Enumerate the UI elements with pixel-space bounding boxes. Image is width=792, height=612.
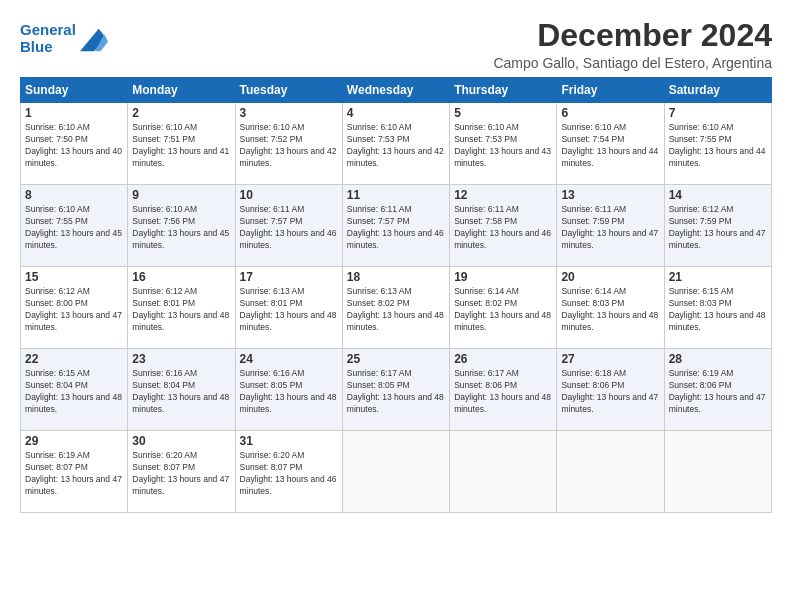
calendar-cell: 9Sunrise: 6:10 AMSunset: 7:56 PMDaylight… — [128, 185, 235, 267]
calendar-cell: 2Sunrise: 6:10 AMSunset: 7:51 PMDaylight… — [128, 103, 235, 185]
day-number: 21 — [669, 270, 767, 284]
day-detail: Sunrise: 6:10 AMSunset: 7:51 PMDaylight:… — [132, 122, 229, 168]
calendar-cell: 15Sunrise: 6:12 AMSunset: 8:00 PMDayligh… — [21, 267, 128, 349]
calendar-week-1: 8Sunrise: 6:10 AMSunset: 7:55 PMDaylight… — [21, 185, 772, 267]
calendar-cell: 21Sunrise: 6:15 AMSunset: 8:03 PMDayligh… — [664, 267, 771, 349]
calendar-cell: 29Sunrise: 6:19 AMSunset: 8:07 PMDayligh… — [21, 431, 128, 513]
day-number: 2 — [132, 106, 230, 120]
day-detail: Sunrise: 6:10 AMSunset: 7:53 PMDaylight:… — [347, 122, 444, 168]
day-detail: Sunrise: 6:11 AMSunset: 7:58 PMDaylight:… — [454, 204, 551, 250]
calendar-cell: 6Sunrise: 6:10 AMSunset: 7:54 PMDaylight… — [557, 103, 664, 185]
day-detail: Sunrise: 6:12 AMSunset: 8:01 PMDaylight:… — [132, 286, 229, 332]
day-detail: Sunrise: 6:15 AMSunset: 8:04 PMDaylight:… — [25, 368, 122, 414]
calendar-cell: 12Sunrise: 6:11 AMSunset: 7:58 PMDayligh… — [450, 185, 557, 267]
day-detail: Sunrise: 6:10 AMSunset: 7:53 PMDaylight:… — [454, 122, 551, 168]
day-number: 23 — [132, 352, 230, 366]
day-detail: Sunrise: 6:13 AMSunset: 8:02 PMDaylight:… — [347, 286, 444, 332]
day-number: 3 — [240, 106, 338, 120]
calendar-cell: 30Sunrise: 6:20 AMSunset: 8:07 PMDayligh… — [128, 431, 235, 513]
day-detail: Sunrise: 6:12 AMSunset: 8:00 PMDaylight:… — [25, 286, 122, 332]
calendar-cell: 28Sunrise: 6:19 AMSunset: 8:06 PMDayligh… — [664, 349, 771, 431]
calendar-cell: 8Sunrise: 6:10 AMSunset: 7:55 PMDaylight… — [21, 185, 128, 267]
day-number: 26 — [454, 352, 552, 366]
calendar-cell: 24Sunrise: 6:16 AMSunset: 8:05 PMDayligh… — [235, 349, 342, 431]
calendar-cell: 10Sunrise: 6:11 AMSunset: 7:57 PMDayligh… — [235, 185, 342, 267]
day-detail: Sunrise: 6:16 AMSunset: 8:04 PMDaylight:… — [132, 368, 229, 414]
calendar-week-3: 22Sunrise: 6:15 AMSunset: 8:04 PMDayligh… — [21, 349, 772, 431]
day-number: 20 — [561, 270, 659, 284]
calendar-cell: 1Sunrise: 6:10 AMSunset: 7:50 PMDaylight… — [21, 103, 128, 185]
day-number: 14 — [669, 188, 767, 202]
calendar-header-row: SundayMondayTuesdayWednesdayThursdayFrid… — [21, 78, 772, 103]
day-number: 29 — [25, 434, 123, 448]
day-header-saturday: Saturday — [664, 78, 771, 103]
day-number: 16 — [132, 270, 230, 284]
day-number: 10 — [240, 188, 338, 202]
day-number: 9 — [132, 188, 230, 202]
logo-blue: Blue — [20, 38, 53, 55]
day-number: 19 — [454, 270, 552, 284]
logo-general: General — [20, 21, 76, 38]
day-number: 22 — [25, 352, 123, 366]
calendar-table: SundayMondayTuesdayWednesdayThursdayFrid… — [20, 77, 772, 513]
day-number: 5 — [454, 106, 552, 120]
calendar-cell: 27Sunrise: 6:18 AMSunset: 8:06 PMDayligh… — [557, 349, 664, 431]
calendar-cell: 20Sunrise: 6:14 AMSunset: 8:03 PMDayligh… — [557, 267, 664, 349]
day-detail: Sunrise: 6:20 AMSunset: 8:07 PMDaylight:… — [132, 450, 229, 496]
month-title: December 2024 — [493, 18, 772, 53]
day-number: 18 — [347, 270, 445, 284]
day-detail: Sunrise: 6:10 AMSunset: 7:55 PMDaylight:… — [669, 122, 766, 168]
calendar-cell: 3Sunrise: 6:10 AMSunset: 7:52 PMDaylight… — [235, 103, 342, 185]
day-header-monday: Monday — [128, 78, 235, 103]
day-header-thursday: Thursday — [450, 78, 557, 103]
calendar-cell: 31Sunrise: 6:20 AMSunset: 8:07 PMDayligh… — [235, 431, 342, 513]
day-detail: Sunrise: 6:15 AMSunset: 8:03 PMDaylight:… — [669, 286, 766, 332]
title-area: December 2024 Campo Gallo, Santiago del … — [493, 18, 772, 71]
calendar-week-4: 29Sunrise: 6:19 AMSunset: 8:07 PMDayligh… — [21, 431, 772, 513]
calendar-cell: 11Sunrise: 6:11 AMSunset: 7:57 PMDayligh… — [342, 185, 449, 267]
location-title: Campo Gallo, Santiago del Estero, Argent… — [493, 55, 772, 71]
day-detail: Sunrise: 6:19 AMSunset: 8:06 PMDaylight:… — [669, 368, 766, 414]
day-detail: Sunrise: 6:14 AMSunset: 8:02 PMDaylight:… — [454, 286, 551, 332]
day-detail: Sunrise: 6:19 AMSunset: 8:07 PMDaylight:… — [25, 450, 122, 496]
day-detail: Sunrise: 6:10 AMSunset: 7:56 PMDaylight:… — [132, 204, 229, 250]
calendar-cell: 4Sunrise: 6:10 AMSunset: 7:53 PMDaylight… — [342, 103, 449, 185]
day-header-sunday: Sunday — [21, 78, 128, 103]
day-detail: Sunrise: 6:16 AMSunset: 8:05 PMDaylight:… — [240, 368, 337, 414]
day-detail: Sunrise: 6:10 AMSunset: 7:52 PMDaylight:… — [240, 122, 337, 168]
calendar-body: 1Sunrise: 6:10 AMSunset: 7:50 PMDaylight… — [21, 103, 772, 513]
calendar-cell: 5Sunrise: 6:10 AMSunset: 7:53 PMDaylight… — [450, 103, 557, 185]
day-detail: Sunrise: 6:10 AMSunset: 7:50 PMDaylight:… — [25, 122, 122, 168]
logo-text: General Blue — [20, 22, 76, 55]
day-number: 1 — [25, 106, 123, 120]
day-header-tuesday: Tuesday — [235, 78, 342, 103]
day-number: 7 — [669, 106, 767, 120]
day-number: 4 — [347, 106, 445, 120]
day-detail: Sunrise: 6:11 AMSunset: 7:57 PMDaylight:… — [347, 204, 444, 250]
day-detail: Sunrise: 6:14 AMSunset: 8:03 PMDaylight:… — [561, 286, 658, 332]
day-number: 31 — [240, 434, 338, 448]
calendar-cell — [664, 431, 771, 513]
logo-icon — [80, 25, 108, 53]
calendar-cell: 19Sunrise: 6:14 AMSunset: 8:02 PMDayligh… — [450, 267, 557, 349]
day-detail: Sunrise: 6:10 AMSunset: 7:55 PMDaylight:… — [25, 204, 122, 250]
day-number: 30 — [132, 434, 230, 448]
day-detail: Sunrise: 6:11 AMSunset: 7:57 PMDaylight:… — [240, 204, 337, 250]
day-number: 13 — [561, 188, 659, 202]
day-detail: Sunrise: 6:13 AMSunset: 8:01 PMDaylight:… — [240, 286, 337, 332]
calendar-cell: 14Sunrise: 6:12 AMSunset: 7:59 PMDayligh… — [664, 185, 771, 267]
calendar-cell: 18Sunrise: 6:13 AMSunset: 8:02 PMDayligh… — [342, 267, 449, 349]
day-detail: Sunrise: 6:17 AMSunset: 8:06 PMDaylight:… — [454, 368, 551, 414]
day-number: 17 — [240, 270, 338, 284]
logo: General Blue — [20, 22, 108, 55]
calendar-cell: 17Sunrise: 6:13 AMSunset: 8:01 PMDayligh… — [235, 267, 342, 349]
calendar-cell — [342, 431, 449, 513]
calendar-cell: 7Sunrise: 6:10 AMSunset: 7:55 PMDaylight… — [664, 103, 771, 185]
calendar-cell: 13Sunrise: 6:11 AMSunset: 7:59 PMDayligh… — [557, 185, 664, 267]
day-detail: Sunrise: 6:17 AMSunset: 8:05 PMDaylight:… — [347, 368, 444, 414]
day-header-friday: Friday — [557, 78, 664, 103]
calendar-week-0: 1Sunrise: 6:10 AMSunset: 7:50 PMDaylight… — [21, 103, 772, 185]
day-detail: Sunrise: 6:10 AMSunset: 7:54 PMDaylight:… — [561, 122, 658, 168]
page: General Blue December 2024 Campo Gallo, … — [0, 0, 792, 612]
day-number: 27 — [561, 352, 659, 366]
